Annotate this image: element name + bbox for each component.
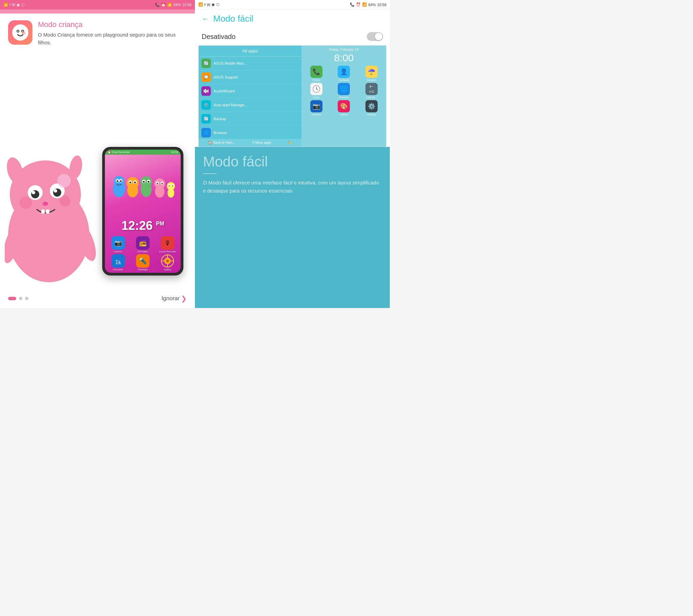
audiowizard-name: AudioWizard: [214, 89, 235, 93]
msg-icon: ⬡: [216, 2, 220, 7]
right-status-left: 📶 f W ◉ ⬡: [198, 2, 220, 7]
alarm-icon: ⏰: [161, 3, 166, 7]
time-display: 10:56: [182, 3, 192, 7]
back-button[interactable]: ←: [202, 15, 209, 23]
easy-mode-toggle[interactable]: [367, 32, 383, 41]
svg-point-52: [169, 185, 170, 186]
easy-mode-preview: All apps 🔄 ASUS Mobile Man... 💬 ASUS Sup…: [198, 45, 387, 147]
dot-1[interactable]: [8, 297, 16, 300]
recorder-label: Sound Recorder: [159, 250, 176, 253]
toggle-status-label: Desativado: [202, 33, 236, 41]
svg-rect-63: [204, 90, 205, 92]
right-status-bar: 📶 f W ◉ ⬡ 📞 ⏰ 📶 64% 10:56: [195, 0, 390, 9]
svg-point-49: [167, 182, 175, 190]
grid-gallery-label: Gallery: [340, 113, 348, 116]
right-header: ← Modo fácil: [195, 9, 390, 28]
left-status-bar: 📶 f W ◉ ⬡ 📞 ⏰ 📶 64% 10:56: [0, 0, 195, 9]
preview-date-label: Friday, February 19: [302, 46, 386, 52]
browser-name: Browser: [214, 131, 227, 135]
svg-point-41: [148, 181, 150, 182]
pagination-bar: Ignorar ❯: [0, 289, 195, 308]
grid-item-calc: +-÷= Calcula...: [358, 83, 385, 99]
gallery-app-icon: [161, 254, 174, 268]
grid-contacts-icon: 👤: [338, 66, 350, 78]
svg-rect-64: [205, 89, 206, 93]
grid-weather-label: Weather: [367, 78, 377, 81]
preview-row-backup: 🔄 Backup: [199, 112, 301, 126]
svg-rect-18: [46, 210, 50, 214]
phone-app-recorder: 🎙 Sound Recorder: [156, 236, 179, 253]
svg-point-47: [161, 183, 163, 184]
app-description: O Modo Criança fornece um playground seg…: [38, 31, 187, 46]
dot-3[interactable]: [25, 297, 28, 300]
preview-row-autostart: ⚙️ Auto-start Manage...: [199, 98, 301, 112]
grid-settings-icon: ⚙️: [365, 100, 378, 112]
app-title: Modo criança: [38, 20, 187, 29]
more-apps-btn[interactable]: ⠿ More apps: [252, 141, 271, 145]
preview-right-panel: Friday, February 19 8:00 📞 Phone 👤 Conta…: [302, 46, 386, 147]
radio-app-icon: 📻: [136, 236, 150, 250]
calc-icon-svg: +- ×$: [115, 257, 121, 264]
arrow-right-icon: ❯: [181, 294, 187, 303]
svg-point-31: [126, 177, 139, 189]
phone-clock-pm: PM: [156, 221, 164, 227]
alarm-status-icon: ⏰: [356, 2, 361, 7]
camera-label: Camera: [114, 250, 122, 253]
toggle-row: Desativado: [195, 28, 390, 45]
backup-icon: 🔄: [201, 114, 211, 123]
right-panel: 📶 f W ◉ ⬡ 📞 ⏰ 📶 64% 10:56 ← Modo fácil D…: [195, 0, 390, 308]
camera-app-icon: 📷: [111, 236, 125, 250]
easy-mode-divider: [203, 173, 217, 174]
flashlight-app-icon: 🔦: [136, 254, 150, 268]
preview-app-list: 🔄 ASUS Mobile Man... 💬 ASUS Support: [199, 57, 301, 139]
autostart-icon: ⚙️: [201, 100, 211, 110]
phone-time: 04:58: [171, 151, 178, 154]
wifi-status-icon: 📶: [362, 2, 367, 7]
left-status-icons-right: 📞 ⏰ 📶 64% 10:56: [155, 3, 192, 7]
svg-point-46: [157, 183, 158, 184]
grid-browser-icon: 🌐: [338, 83, 350, 95]
grid-phone-icon: 📞: [310, 66, 322, 78]
phone-monsters: [105, 155, 181, 216]
browser-icon: 🌐: [201, 128, 211, 137]
call-icon: 📞: [155, 3, 160, 7]
signal-icon: 📶: [3, 3, 8, 7]
asus-support-icon: 💬: [201, 73, 211, 82]
audiowizard-icon: [201, 86, 211, 96]
whatsapp-icon: W: [12, 3, 15, 7]
right-page-title: Modo fácil: [213, 14, 254, 24]
ignore-label: Ignorar: [161, 295, 180, 302]
preview-row-browser: 🌐 Browser: [199, 126, 301, 139]
right-status-right: 📞 ⏰ 📶 64% 10:56: [350, 2, 387, 7]
grid-weather-icon: ☂️: [365, 66, 378, 78]
fb-icon: f: [204, 3, 205, 7]
svg-point-43: [154, 178, 165, 189]
face-svg: [12, 24, 29, 41]
grid-item-settings: ⚙️ Settings: [358, 100, 385, 116]
grid-clock-icon: [310, 83, 322, 95]
clock-svg: [313, 85, 320, 93]
grid-calc-label: Calcula...: [366, 96, 377, 99]
calc-label: Calculator: [113, 268, 123, 271]
grid-browser-label: Browser: [339, 96, 349, 99]
grid-item-contacts: 👤 Contacts: [331, 66, 357, 81]
grid-settings-label: Settings: [367, 113, 377, 116]
left-content-area: Modo criança O Modo Criança fornece um p…: [0, 14, 195, 289]
ig-icon: ◉: [212, 2, 215, 7]
easy-mode-description: O Modo fácil oferece uma interface fácil…: [203, 179, 382, 195]
dot-2[interactable]: [19, 297, 22, 300]
easy-mode-bottom: Modo fácil O Modo fácil oferece uma inte…: [195, 147, 390, 308]
wa-icon: W: [207, 3, 210, 7]
edit-btn[interactable]: ✏️: [288, 141, 292, 145]
backup-name: Backup: [214, 117, 226, 121]
svg-point-29: [120, 180, 122, 182]
phone-clock-time: 12:26: [121, 219, 153, 232]
back-to-home-btn[interactable]: 🏠 Back to Hom...: [208, 141, 235, 145]
ignore-button[interactable]: Ignorar ❯: [161, 294, 187, 303]
svg-rect-17: [41, 210, 45, 214]
instagram-icon: ◉: [17, 3, 20, 7]
preview-left-panel: All apps 🔄 ASUS Mobile Man... 💬 ASUS Sup…: [199, 46, 302, 147]
battery-status-text: 64%: [368, 3, 376, 7]
phone-monsters-svg: [111, 172, 175, 199]
svg-point-3: [17, 31, 19, 32]
